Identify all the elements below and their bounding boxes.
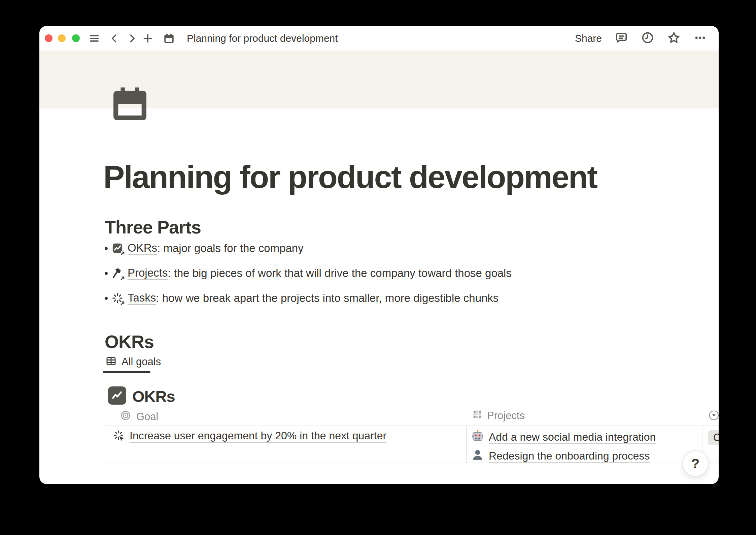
back-icon[interactable]	[109, 33, 120, 44]
bullet-dot	[105, 272, 108, 275]
minimize-window-button[interactable]	[58, 34, 66, 42]
bullet-dot	[105, 247, 108, 250]
screen: Planning for product development Share	[0, 0, 756, 535]
forward-icon[interactable]	[126, 33, 138, 44]
tab-divider	[103, 373, 655, 373]
breadcrumb[interactable]: Planning for product development	[187, 32, 338, 44]
project-link[interactable]: Add a new social media integration	[489, 431, 656, 444]
link-arrow-icon	[120, 251, 125, 256]
goal-link[interactable]: Increase user engagement by 20% in the n…	[130, 430, 386, 443]
list-item-okrs: OKRs : major goals for the company	[105, 239, 512, 258]
projects-hammer-icon	[112, 268, 123, 279]
comments-icon[interactable]	[615, 31, 628, 46]
okrs-link[interactable]: OKRs	[128, 242, 157, 255]
column-header-label: Projects	[487, 410, 525, 422]
goal-sparkle-cursor-icon	[113, 430, 126, 442]
list-item-text: : how we break apart the projects into s…	[156, 292, 499, 305]
close-window-button[interactable]	[45, 34, 53, 42]
more-options-icon[interactable]	[693, 31, 707, 46]
target-icon	[119, 409, 132, 424]
three-parts-list: OKRs : major goals for the company Proje…	[105, 239, 512, 314]
list-item-projects: Projects : the big pieces of work that w…	[105, 264, 512, 283]
column-divider	[466, 426, 467, 463]
updates-clock-icon[interactable]	[641, 31, 654, 46]
tasks-sparkle-icon	[112, 292, 123, 304]
robot-emoji	[471, 430, 484, 445]
table-row-project-1: Add a new social media integration	[471, 430, 656, 445]
column-header-goal[interactable]: Goal	[119, 409, 158, 424]
grid-icon	[472, 409, 482, 422]
sidebar-menu-icon[interactable]	[89, 33, 100, 44]
table-row-border	[103, 463, 719, 463]
breadcrumb-page-calendar-icon	[163, 33, 175, 44]
table-view-icon	[105, 355, 117, 368]
list-item-text: : the big pieces of work that will drive…	[168, 267, 512, 280]
table-row-goal-cell: Increase user engagement by 20% in the n…	[113, 430, 386, 443]
new-tab-icon[interactable]	[142, 33, 153, 44]
bullet-dot	[105, 297, 108, 300]
share-button[interactable]: Share	[575, 33, 602, 44]
link-arrow-icon	[120, 301, 125, 306]
status-badge[interactable]: O	[708, 430, 719, 445]
project-link[interactable]: Redesign the onboarding process	[489, 450, 650, 463]
list-item-tasks: Tasks : how we break apart the projects …	[105, 289, 512, 308]
tab-label: All goals	[122, 356, 161, 368]
titlebar-actions: Share	[575, 31, 707, 46]
three-parts-heading: Three Parts	[105, 217, 201, 238]
active-tab-underline	[103, 371, 150, 373]
titlebar: Planning for product development Share	[39, 26, 719, 51]
table-row-project-2: Redesign the onboarding process	[471, 448, 650, 464]
notion-window: Planning for product development Share	[39, 26, 719, 484]
table-header-border	[103, 426, 719, 426]
link-arrow-icon	[120, 276, 125, 281]
page-calendar-icon[interactable]	[110, 85, 150, 123]
zoom-window-button[interactable]	[72, 34, 80, 42]
tab-all-goals[interactable]: All goals	[105, 355, 161, 368]
page-title[interactable]: Planning for product development	[103, 159, 597, 195]
help-button[interactable]: ?	[682, 450, 709, 477]
database-title[interactable]: OKRs	[132, 387, 175, 406]
favorite-star-icon[interactable]	[667, 31, 681, 46]
chevron-down-circle-icon[interactable]	[709, 410, 719, 421]
person-emoji	[471, 448, 484, 464]
okrs-heading: OKRs	[105, 331, 154, 352]
tasks-link[interactable]: Tasks	[128, 291, 156, 305]
okrs-chart-icon	[112, 243, 123, 254]
column-header-label: Goal	[136, 411, 158, 423]
projects-link[interactable]: Projects	[128, 266, 168, 280]
database-chart-icon[interactable]	[108, 386, 126, 405]
list-item-text: : major goals for the company	[157, 242, 304, 255]
column-header-projects[interactable]: Projects	[472, 409, 525, 422]
